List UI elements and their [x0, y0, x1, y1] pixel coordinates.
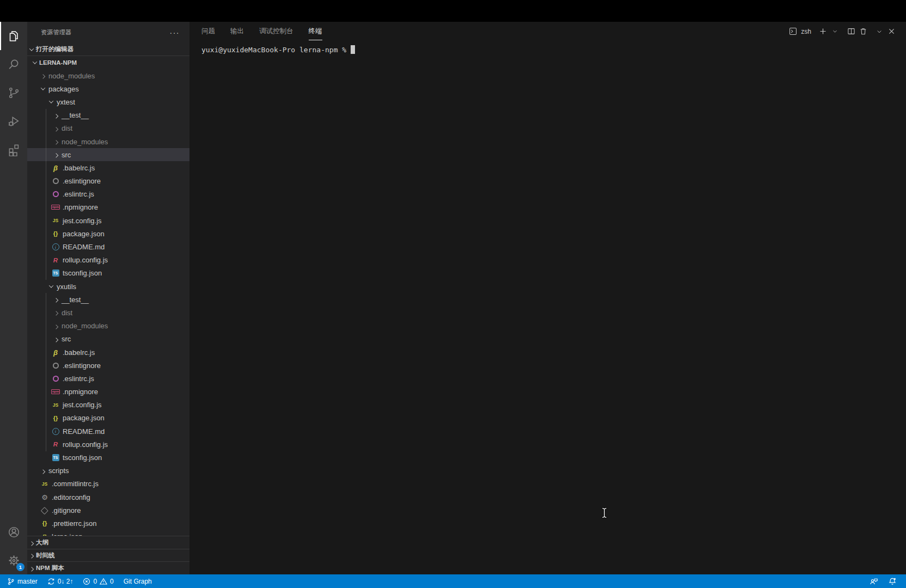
rollup-file-icon: [51, 254, 60, 267]
chevron-right-icon: [52, 140, 60, 143]
indent-guide: [46, 293, 46, 451]
panel-tab-输出[interactable]: 输出: [230, 22, 244, 41]
tree-file-jestconfigjs[interactable]: jest.config.js: [27, 214, 189, 227]
tree-file-lernajson[interactable]: lerna.json: [27, 530, 189, 536]
tree-file-packagejson[interactable]: package.json: [27, 412, 189, 425]
notifications-bell-icon[interactable]: [883, 574, 902, 588]
tree-folder-src[interactable]: src: [27, 333, 189, 346]
tree-item-label: .eslintignore: [63, 362, 101, 370]
tree-item-label: README.md: [63, 243, 105, 251]
new-terminal-button[interactable]: [817, 26, 829, 38]
tree-folder-yxutils[interactable]: yxutils: [27, 280, 189, 293]
npm-file-icon: [51, 201, 60, 214]
tree-item-label: __test__: [62, 296, 89, 304]
panel-tab-调试控制台[interactable]: 调试控制台: [259, 22, 293, 41]
tree-folder-node_modules[interactable]: node_modules: [27, 320, 189, 333]
open-editors-section[interactable]: 打开的编辑器: [27, 43, 189, 56]
problems-status[interactable]: 0 0: [78, 574, 118, 588]
panel-tab-终端[interactable]: 终端: [309, 22, 322, 41]
sync-icon: [47, 578, 55, 585]
sidebar-section-大纲[interactable]: 大纲: [27, 536, 189, 549]
status-bar: master 0↓ 2↑ 0 0 Git Graph: [0, 574, 906, 588]
close-panel-button[interactable]: [885, 26, 897, 38]
tree-item-label: .eslintignore: [63, 177, 101, 185]
tree-item-label: dist: [62, 309, 72, 317]
tree-item-label: rollup.config.js: [63, 440, 108, 449]
activity-explorer-icon[interactable]: [0, 22, 27, 50]
panel-tab-问题[interactable]: 问题: [201, 22, 215, 41]
tree-file-eslintrcjs[interactable]: .eslintrc.js: [27, 188, 189, 201]
activity-source-control-icon[interactable]: [0, 78, 27, 107]
git-branch-status[interactable]: master: [2, 574, 42, 588]
chevron-right-icon: [52, 338, 60, 341]
sidebar-section-时间线[interactable]: 时间线: [27, 549, 189, 562]
activity-settings-icon[interactable]: 1: [0, 546, 27, 574]
tree-item-label: src: [62, 151, 71, 159]
terminal-cursor: [351, 45, 355, 54]
json-braces-file-icon: [40, 517, 49, 530]
tree-file-tsconfigjson[interactable]: tsconfig.json: [27, 267, 189, 280]
warning-icon: [100, 578, 107, 585]
activity-run-debug-icon[interactable]: [0, 107, 27, 135]
tree-file-prettierrcjson[interactable]: .prettierrc.json: [27, 517, 189, 530]
tree-file-npmignore[interactable]: .npmignore: [27, 385, 189, 399]
sync-status[interactable]: 0↓ 2↑: [42, 574, 78, 588]
open-editors-label: 打开的编辑器: [36, 45, 74, 53]
git-graph-button[interactable]: Git Graph: [119, 574, 157, 588]
tree-file-commitlintrcjs[interactable]: .commitlintrc.js: [27, 477, 189, 491]
activity-extensions-icon[interactable]: [0, 135, 27, 163]
tree-file-READMEmd[interactable]: README.md: [27, 425, 189, 438]
tree-folder-yxtest[interactable]: yxtest: [27, 95, 189, 108]
tree-file-babelrcjs[interactable]: .babelrc.js: [27, 161, 189, 174]
tree-file-eslintignore[interactable]: .eslintignore: [27, 175, 189, 188]
tree-item-label: yxtest: [57, 98, 75, 106]
hide-panel-chevron-icon[interactable]: [873, 26, 885, 38]
activity-account-icon[interactable]: [0, 518, 27, 546]
js-file-icon: [51, 399, 60, 412]
launch-profile-chevron-icon[interactable]: [829, 26, 841, 38]
tree-file-npmignore[interactable]: .npmignore: [27, 201, 189, 214]
tree-file-tsconfigjson[interactable]: tsconfig.json: [27, 451, 189, 464]
tree-folder-dist[interactable]: dist: [27, 306, 189, 319]
tree-file-jestconfigjs[interactable]: jest.config.js: [27, 399, 189, 412]
feedback-icon[interactable]: [865, 574, 883, 588]
terminal-profile-icon[interactable]: [787, 26, 799, 38]
tree-file-eslintrcjs[interactable]: .eslintrc.js: [27, 372, 189, 385]
tree-item-label: jest.config.js: [63, 217, 102, 225]
tree-file-editorconfig[interactable]: .editorconfig: [27, 491, 189, 504]
tree-item-label: node_modules: [48, 72, 95, 80]
tree-folder-scripts[interactable]: scripts: [27, 464, 189, 477]
tree-folder-src[interactable]: src: [27, 148, 189, 161]
kill-terminal-button[interactable]: [857, 26, 869, 38]
sidebar-section-NPM 脚本[interactable]: NPM 脚本: [27, 561, 189, 574]
tree-file-eslintignore[interactable]: .eslintignore: [27, 359, 189, 372]
tree-folder-packages[interactable]: packages: [27, 82, 189, 95]
tree-file-READMEmd[interactable]: README.md: [27, 240, 189, 253]
chevron-down-icon: [27, 48, 36, 51]
tree-folder-node_modules[interactable]: node_modules: [27, 135, 189, 148]
activity-search-icon[interactable]: [0, 50, 27, 78]
tree-file-babelrcjs[interactable]: .babelrc.js: [27, 346, 189, 359]
workspace-label: LERNA-NPM: [39, 59, 77, 66]
tree-folder-node_modules[interactable]: node_modules: [27, 69, 189, 82]
tree-file-gitignore[interactable]: .gitignore: [27, 504, 189, 517]
more-actions-icon[interactable]: ···: [170, 31, 180, 34]
workspace-root-section[interactable]: LERNA-NPM: [27, 56, 189, 69]
split-terminal-button[interactable]: [845, 26, 857, 38]
tree-item-label: README.md: [63, 427, 105, 436]
chevron-right-icon: [39, 469, 47, 473]
tree-file-packagejson[interactable]: package.json: [27, 227, 189, 240]
terminal-output[interactable]: yuxi@yuxideMacBook-Pro lerna-npm %: [189, 41, 906, 574]
branch-name: master: [17, 578, 38, 585]
tree-item-label: packages: [48, 85, 79, 93]
tree-file-rollupconfigjs[interactable]: rollup.config.js: [27, 254, 189, 267]
shell-name[interactable]: zsh: [801, 28, 811, 35]
tree-file-rollupconfigjs[interactable]: rollup.config.js: [27, 438, 189, 451]
chevron-down-icon: [47, 285, 56, 288]
tree-folder-__test__[interactable]: __test__: [27, 109, 189, 122]
tree-item-label: tsconfig.json: [63, 454, 102, 462]
ts-file-icon: [51, 267, 60, 280]
tree-folder-dist[interactable]: dist: [27, 122, 189, 135]
tree-folder-__test__[interactable]: __test__: [27, 293, 189, 306]
tree-item-label: yxutils: [57, 283, 76, 291]
